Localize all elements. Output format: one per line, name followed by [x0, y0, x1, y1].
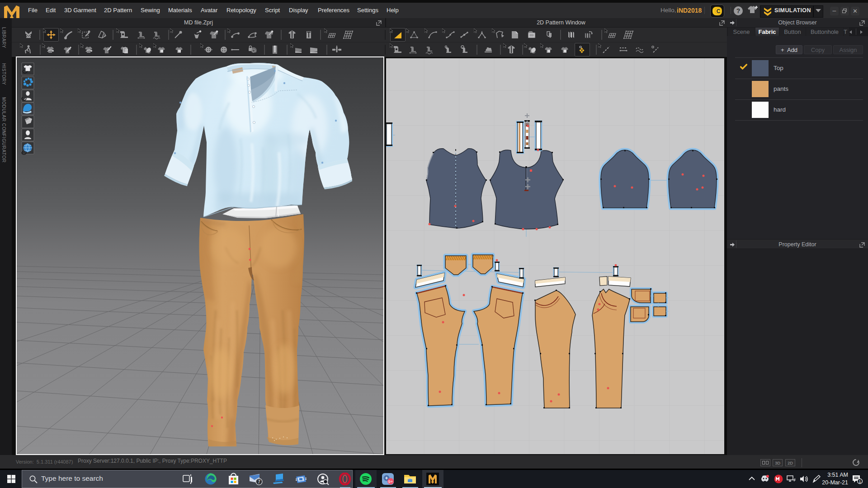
svg-text:7: 7 [258, 479, 260, 484]
svg-text:9+: 9+ [388, 479, 393, 484]
svg-text:1: 1 [859, 479, 861, 484]
